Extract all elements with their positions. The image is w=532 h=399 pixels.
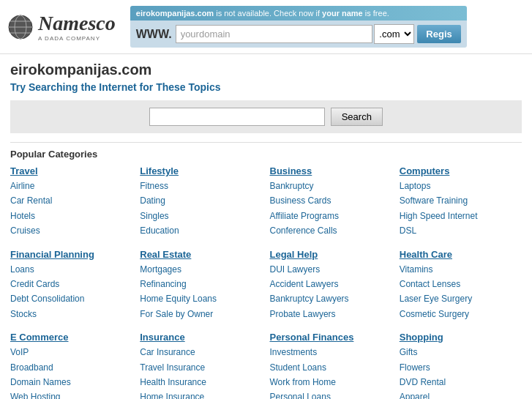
category-link[interactable]: Credit Cards [10, 277, 132, 291]
www-label: WWW. [136, 28, 172, 41]
category-link[interactable]: Software Training [400, 193, 522, 208]
header: Namesco A DADA COMPANY eirokompanijas.co… [0, 0, 532, 54]
category-link[interactable]: Bankruptcy Lawyers [270, 291, 392, 306]
logo-sub: A DADA COMPANY [38, 35, 116, 42]
category-link[interactable]: Dating [140, 193, 262, 208]
category-link[interactable]: Car Rental [10, 193, 132, 208]
search-bar: Search [10, 100, 522, 133]
domain-notice: eirokompanijas.com is not available. Che… [130, 6, 467, 20]
category-title-real-estate[interactable]: Real Estate [140, 249, 262, 260]
category-link[interactable]: Stocks [10, 307, 132, 321]
category-link[interactable]: DUI Lawyers [270, 262, 392, 277]
category-link[interactable]: Vitamins [400, 262, 522, 277]
category-title-personal-finances[interactable]: Personal Finances [270, 332, 392, 343]
category-link[interactable]: Mortgages [140, 262, 262, 277]
category-link[interactable]: Education [140, 223, 262, 238]
category-link[interactable]: Laptops [400, 179, 522, 193]
category-section-lifestyle: LifestyleFitnessDatingSinglesEducation [140, 165, 262, 239]
category-title-financial-planning[interactable]: Financial Planning [10, 249, 132, 260]
category-link[interactable]: Student Loans [270, 360, 392, 375]
category-link[interactable]: Bankruptcy [270, 179, 392, 193]
category-link[interactable]: Cosmetic Surgery [400, 307, 522, 321]
try-searching-label: Try Searching the Internet for These Top… [10, 81, 522, 93]
category-link[interactable]: Apparel [400, 389, 522, 399]
category-link[interactable]: Travel Insurance [140, 360, 262, 375]
category-link[interactable]: Conference Calls [270, 223, 392, 238]
category-link[interactable]: Hotels [10, 209, 132, 223]
category-title-lifestyle[interactable]: Lifestyle [140, 165, 262, 176]
main-content: eirokompanijas.com Try Searching the Int… [0, 54, 532, 399]
category-link[interactable]: Accident Lawyers [270, 277, 392, 291]
category-link[interactable]: Business Cards [270, 193, 392, 208]
category-link[interactable]: For Sale by Owner [140, 307, 262, 321]
logo-area: Namesco A DADA COMPANY [7, 12, 116, 42]
category-link[interactable]: Airline [10, 179, 132, 193]
category-link[interactable]: Laser Eye Surgery [400, 291, 522, 306]
domain-input-row: WWW. .com .net .org .info Regis [130, 20, 467, 48]
category-link[interactable]: Domain Names [10, 375, 132, 389]
category-link[interactable]: DSL [400, 223, 522, 238]
category-link[interactable]: Personal Loans [270, 389, 392, 399]
categories-grid: TravelAirlineCar RentalHotelsCruisesLife… [10, 165, 522, 399]
category-section-financial-planning: Financial PlanningLoansCredit CardsDebt … [10, 249, 132, 322]
domain-bar: eirokompanijas.com is not available. Che… [130, 6, 467, 48]
logo-globe-icon [7, 14, 34, 40]
category-title-travel[interactable]: Travel [10, 165, 132, 176]
category-section-business: BusinessBankruptcyBusiness CardsAffiliat… [270, 165, 392, 239]
category-section-computers: ComputersLaptopsSoftware TrainingHigh Sp… [400, 165, 522, 239]
category-section-insurance: InsuranceCar InsuranceTravel InsuranceHe… [140, 332, 262, 399]
category-title-insurance[interactable]: Insurance [140, 332, 262, 343]
category-link[interactable]: Home Equity Loans [140, 291, 262, 306]
category-link[interactable]: Affiliate Programs [270, 209, 392, 223]
category-title-business[interactable]: Business [270, 165, 392, 176]
category-link[interactable]: DVD Rental [400, 375, 522, 389]
category-title-health-care[interactable]: Health Care [400, 249, 522, 260]
search-button[interactable]: Search [331, 108, 383, 126]
category-link[interactable]: Probate Lawyers [270, 307, 392, 321]
category-section-health-care: Health CareVitaminsContact LensesLaser E… [400, 249, 522, 322]
category-link[interactable]: Singles [140, 209, 262, 223]
category-section-real-estate: Real EstateMortgagesRefinancingHome Equi… [140, 249, 262, 322]
category-link[interactable]: Debt Consolidation [10, 291, 132, 306]
category-section-shopping: ShoppingGiftsFlowersDVD RentalApparel [400, 332, 522, 399]
domain-input[interactable] [176, 25, 373, 43]
category-link[interactable]: Fitness [140, 179, 262, 193]
category-link[interactable]: Investments [270, 345, 392, 359]
category-link[interactable]: Web Hosting [10, 389, 132, 399]
category-section-e-commerce: E CommerceVoIPBroadbandDomain NamesWeb H… [10, 332, 132, 399]
category-section-travel: TravelAirlineCar RentalHotelsCruises [10, 165, 132, 239]
category-link[interactable]: Car Insurance [140, 345, 262, 359]
category-link[interactable]: VoIP [10, 345, 132, 359]
category-title-computers[interactable]: Computers [400, 165, 522, 176]
domain-notice-text: eirokompanijas.com is not available. Che… [136, 9, 389, 18]
category-link[interactable]: Work from Home [270, 375, 392, 389]
search-input[interactable] [149, 108, 325, 126]
category-link[interactable]: Broadband [10, 360, 132, 375]
category-link[interactable]: Loans [10, 262, 132, 277]
popular-categories-title: Popular Categories [10, 142, 522, 160]
category-link[interactable]: Cruises [10, 223, 132, 238]
category-section-personal-finances: Personal FinancesInvestmentsStudent Loan… [270, 332, 392, 399]
category-link[interactable]: Contact Lenses [400, 277, 522, 291]
tld-select[interactable]: .com .net .org .info [374, 24, 414, 44]
category-section-legal-help: Legal HelpDUI LawyersAccident LawyersBan… [270, 249, 392, 322]
logo-text: Namesco [38, 12, 116, 35]
category-title-legal-help[interactable]: Legal Help [270, 249, 392, 260]
register-button[interactable]: Regis [417, 25, 460, 43]
site-domain: eirokompanijas.com [10, 61, 522, 78]
category-link[interactable]: Health Insurance [140, 375, 262, 389]
category-title-shopping[interactable]: Shopping [400, 332, 522, 343]
category-link[interactable]: Refinancing [140, 277, 262, 291]
category-link[interactable]: Home Insurance [140, 389, 262, 399]
category-link[interactable]: Gifts [400, 345, 522, 359]
category-link[interactable]: Flowers [400, 360, 522, 375]
category-link[interactable]: High Speed Internet [400, 209, 522, 223]
category-title-e-commerce[interactable]: E Commerce [10, 332, 132, 343]
